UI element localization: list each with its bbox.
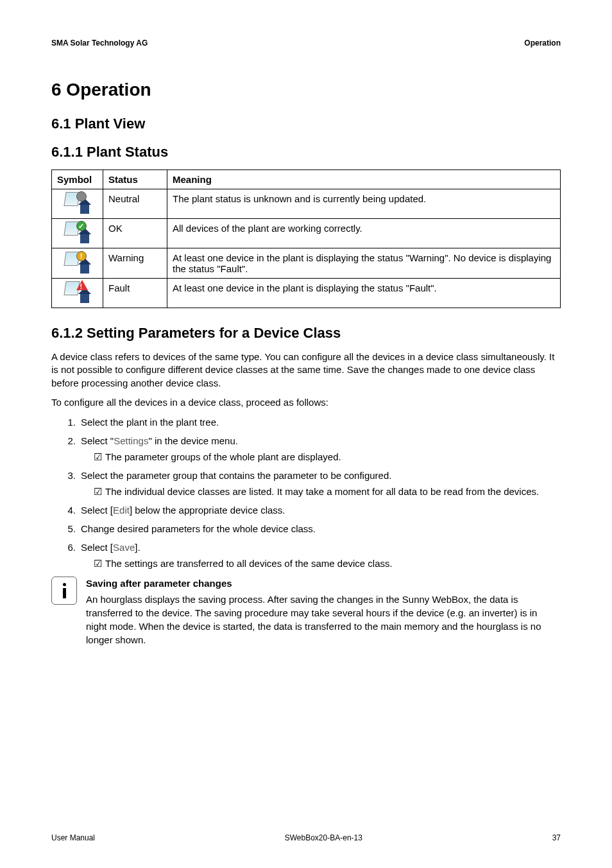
ui-label: Save xyxy=(113,542,135,553)
paragraph-lead: To configure all the devices in a device… xyxy=(51,396,561,409)
plant-status-neutral-icon xyxy=(65,192,90,214)
step-result-text: The parameter groups of the whole plant … xyxy=(105,450,561,464)
checkbox-icon: ☑ xyxy=(94,485,103,498)
checkbox-icon: ☑ xyxy=(94,450,103,464)
steps-list: 1.Select the plant in the plant tree.2.S… xyxy=(51,415,561,570)
meaning-cell: The plant status is unknown and is curre… xyxy=(167,189,561,219)
header-right: Operation xyxy=(524,39,561,48)
info-icon xyxy=(51,577,77,605)
step-number: 1. xyxy=(60,415,76,429)
step-result-text: The individual device classes are listed… xyxy=(105,485,561,498)
step-number: 4. xyxy=(60,503,76,517)
footer-left: User Manual xyxy=(51,833,95,842)
table-row: ✓OKAll devices of the plant are working … xyxy=(52,219,561,248)
step-number: 3. xyxy=(60,469,76,482)
th-meaning: Meaning xyxy=(167,170,561,189)
step-text: Select the plant in the plant tree. xyxy=(81,417,219,428)
step-text: Select [Edit] below the appropriate devi… xyxy=(81,505,285,516)
step-text: Select [Save]. xyxy=(81,542,140,553)
status-cell: Warning xyxy=(103,248,167,279)
paragraph-intro: A device class refers to devices of the … xyxy=(51,351,561,390)
status-cell: Fault xyxy=(103,279,167,308)
status-table: Symbol Status Meaning NeutralThe plant s… xyxy=(51,169,561,308)
meaning-cell: All devices of the plant are working cor… xyxy=(167,219,561,248)
step-item: 3.Select the parameter group that contai… xyxy=(67,469,561,498)
table-row: NeutralThe plant status is unknown and i… xyxy=(52,189,561,219)
step-item: 2.Select "Settings" in the device menu.☑… xyxy=(67,434,561,464)
step-result: ☑The parameter groups of the whole plant… xyxy=(81,450,561,464)
ui-label: Settings xyxy=(114,435,148,446)
symbol-cell: ! xyxy=(52,248,103,279)
heading-2: 6.1 Plant View xyxy=(51,116,561,132)
status-cell: OK xyxy=(103,219,167,248)
heading-3b: 6.1.2 Setting Parameters for a Device Cl… xyxy=(51,325,561,342)
symbol-cell: ! xyxy=(52,279,103,308)
footer-center: SWebBox20-BA-en-13 xyxy=(285,833,362,842)
step-text: Select "Settings" in the device menu. xyxy=(81,435,238,446)
info-body: An hourglass displays the saving process… xyxy=(86,593,561,647)
th-symbol: Symbol xyxy=(52,170,103,189)
step-number: 5. xyxy=(60,522,76,535)
heading-3a: 6.1.1 Plant Status xyxy=(51,144,561,161)
step-number: 2. xyxy=(60,434,76,447)
table-header-row: Symbol Status Meaning xyxy=(52,170,561,189)
plant-status-ok-icon: ✓ xyxy=(65,221,90,243)
meaning-cell: At least one device in the plant is disp… xyxy=(167,279,561,308)
step-text: Change desired parameters for the whole … xyxy=(81,523,316,534)
step-result: ☑The individual device classes are liste… xyxy=(81,485,561,498)
header-left: SMA Solar Technology AG xyxy=(51,39,148,48)
step-text: Select the parameter group that contains… xyxy=(81,470,391,481)
plant-status-warning-icon: ! xyxy=(65,252,90,273)
plant-status-fault-icon: ! xyxy=(65,281,90,303)
heading-1: 6 Operation xyxy=(51,80,561,100)
step-number: 6. xyxy=(60,541,76,554)
symbol-cell: ✓ xyxy=(52,219,103,248)
table-row: !FaultAt least one device in the plant i… xyxy=(52,279,561,308)
table-row: !WarningAt least one device in the plant… xyxy=(52,248,561,279)
checkbox-icon: ☑ xyxy=(94,557,103,570)
step-item: 5.Change desired parameters for the whol… xyxy=(67,522,561,535)
step-item: 1.Select the plant in the plant tree. xyxy=(67,415,561,429)
page-header: SMA Solar Technology AG Operation xyxy=(51,39,561,48)
ui-label: Edit xyxy=(113,505,130,516)
info-heading: Saving after parameter changes xyxy=(86,577,561,590)
step-result: ☑The settings are transferred to all dev… xyxy=(81,557,561,570)
meaning-cell: At least one device in the plant is disp… xyxy=(167,248,561,279)
step-item: 4.Select [Edit] below the appropriate de… xyxy=(67,503,561,517)
page-footer: User Manual SWebBox20-BA-en-13 37 xyxy=(51,833,561,842)
status-cell: Neutral xyxy=(103,189,167,219)
th-status: Status xyxy=(103,170,167,189)
step-result-text: The settings are transferred to all devi… xyxy=(105,557,561,570)
info-box: Saving after parameter changes An hourgl… xyxy=(51,577,561,647)
symbol-cell xyxy=(52,189,103,219)
step-item: 6.Select [Save].☑The settings are transf… xyxy=(67,541,561,570)
footer-right: 37 xyxy=(552,833,561,842)
